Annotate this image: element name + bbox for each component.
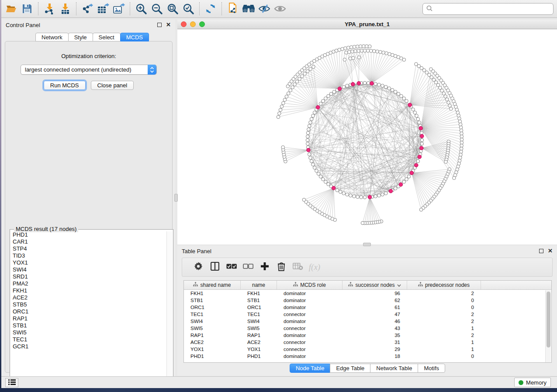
mcds-result-item[interactable]: SWI4	[10, 266, 166, 273]
mcds-hub-node[interactable]	[351, 83, 355, 86]
mcds-result-item[interactable]: ACE2	[10, 294, 166, 301]
mcds-result-item[interactable]: SRD1	[10, 273, 166, 280]
mcds-result-item[interactable]: TEC1	[10, 336, 166, 343]
leaf-node[interactable]	[460, 147, 463, 151]
mcds-result-item[interactable]: RAP1	[10, 315, 166, 322]
mcds-result-item[interactable]: STP4	[10, 245, 166, 252]
ring-node[interactable]	[367, 81, 370, 85]
table-row[interactable]: TEC1TEC1connector472	[184, 311, 551, 318]
leaf-node[interactable]	[356, 45, 359, 48]
network-svg[interactable]	[177, 29, 557, 244]
ring-node[interactable]	[306, 142, 309, 145]
memory-button[interactable]: Memory	[514, 378, 551, 387]
column-header-shared-name[interactable]: shared name	[184, 281, 241, 289]
leaf-node[interactable]	[402, 58, 406, 62]
ring-node[interactable]	[309, 121, 312, 124]
tab-node-table[interactable]: Node Table	[290, 364, 331, 373]
mcds-result-item[interactable]: SWI5	[10, 329, 166, 336]
open-file-button[interactable]	[3, 1, 19, 16]
leaf-node[interactable]	[341, 47, 344, 51]
ring-node[interactable]	[384, 85, 387, 89]
leaf-node[interactable]	[376, 50, 379, 53]
leaf-node[interactable]	[444, 95, 447, 98]
select-all-columns-button[interactable]	[223, 260, 240, 275]
mcds-result-item[interactable]: PMA2	[10, 280, 166, 287]
show-all-button[interactable]	[272, 1, 288, 16]
ring-node[interactable]	[418, 121, 421, 124]
leaf-node[interactable]	[362, 45, 365, 48]
ring-node[interactable]	[420, 138, 424, 142]
ring-node[interactable]	[329, 92, 333, 96]
table-row[interactable]: STB1STB1dominator620	[184, 297, 551, 304]
table-row[interactable]: SWI5SWI5connector431	[184, 325, 551, 332]
ring-node[interactable]	[311, 114, 315, 117]
toggle-column-panel-button[interactable]	[207, 260, 223, 275]
export-network-button[interactable]	[80, 1, 95, 16]
leaf-node[interactable]	[459, 126, 463, 129]
leaf-node[interactable]	[363, 49, 367, 52]
leaf-node[interactable]	[302, 198, 306, 202]
table-row[interactable]: FKH1FKH1dominator962	[184, 290, 551, 297]
leaf-node[interactable]	[279, 108, 282, 112]
leaf-node[interactable]	[348, 50, 351, 54]
ring-node[interactable]	[339, 190, 342, 194]
ring-node[interactable]	[391, 88, 394, 92]
ring-node[interactable]	[412, 108, 415, 111]
mcds-result-item[interactable]: CAR1	[10, 238, 166, 245]
leaf-node[interactable]	[359, 45, 362, 48]
mcds-result-item[interactable]: TID3	[10, 252, 166, 259]
mcds-hub-node[interactable]	[420, 134, 424, 138]
mcds-hub-node[interactable]	[338, 87, 342, 91]
tab-style[interactable]: Style	[68, 33, 93, 41]
ring-node[interactable]	[310, 159, 313, 163]
ring-node[interactable]	[381, 193, 384, 196]
leaf-node[interactable]	[345, 51, 348, 55]
leaf-node[interactable]	[419, 208, 423, 212]
export-image-button[interactable]	[111, 1, 127, 16]
leaf-node[interactable]	[360, 49, 363, 52]
ring-node[interactable]	[313, 166, 316, 169]
ring-node[interactable]	[349, 194, 353, 197]
split-handle-horizontal[interactable]	[363, 243, 371, 246]
find-button[interactable]	[241, 1, 256, 16]
ring-node[interactable]	[324, 97, 328, 100]
mcds-result-list[interactable]: PHD1CAR1STP4TID3YOX1SWI4SRD1PMA2FKH1ACE2…	[10, 231, 166, 383]
leaf-node[interactable]	[447, 101, 450, 104]
leaf-node[interactable]	[460, 150, 463, 154]
ring-node[interactable]	[315, 169, 318, 172]
zoom-out-button[interactable]	[149, 1, 165, 16]
export-table-button[interactable]	[95, 1, 111, 16]
ring-node[interactable]	[405, 100, 408, 103]
ring-node[interactable]	[308, 124, 311, 128]
leaf-node[interactable]	[444, 160, 448, 164]
zoom-in-button[interactable]	[133, 1, 149, 16]
ring-node[interactable]	[360, 196, 363, 199]
leaf-node[interactable]	[460, 144, 464, 148]
ring-node[interactable]	[342, 192, 346, 195]
leaf-node[interactable]	[312, 65, 315, 69]
mcds-hub-node[interactable]	[368, 195, 372, 199]
leaf-node[interactable]	[289, 89, 292, 92]
leaf-node[interactable]	[285, 95, 288, 98]
leaf-node[interactable]	[353, 45, 356, 49]
ring-node[interactable]	[400, 94, 403, 98]
ring-node[interactable]	[402, 180, 406, 184]
leaf-node[interactable]	[343, 58, 346, 62]
ring-node[interactable]	[324, 180, 328, 184]
search-input[interactable]	[433, 4, 553, 14]
ring-node[interactable]	[394, 90, 397, 94]
ring-node[interactable]	[416, 117, 420, 121]
ring-node[interactable]	[342, 85, 346, 89]
leaf-node[interactable]	[293, 83, 297, 86]
deselect-all-columns-button[interactable]	[240, 260, 256, 275]
mcds-hub-node[interactable]	[419, 146, 423, 150]
float-panel-icon[interactable]	[157, 23, 162, 27]
leaf-node[interactable]	[295, 80, 299, 83]
leaf-node[interactable]	[287, 92, 290, 95]
ring-node[interactable]	[397, 92, 400, 96]
zoom-selected-button[interactable]	[180, 1, 196, 16]
mcds-result-item[interactable]: PHD1	[10, 231, 166, 238]
leaf-node[interactable]	[370, 49, 373, 53]
ring-node[interactable]	[306, 138, 309, 142]
ring-node[interactable]	[309, 156, 312, 160]
